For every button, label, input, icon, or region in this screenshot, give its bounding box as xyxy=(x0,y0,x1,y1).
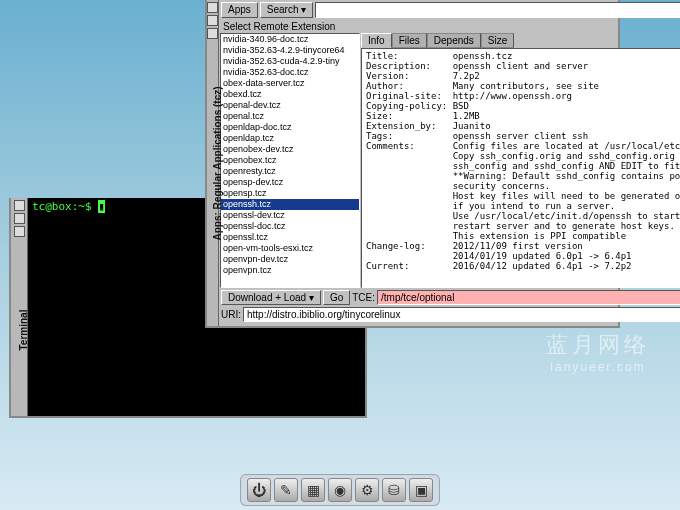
watermark: 蓝月网络 lanyueer.com xyxy=(546,330,650,374)
info-tabs: InfoFilesDependsSize xyxy=(361,33,680,48)
list-item[interactable]: nvidia-352.63-cuda-4.2.9-tiny xyxy=(221,56,359,67)
close-icon[interactable] xyxy=(207,2,218,13)
list-item[interactable]: nvidia-352.63-doc.tcz xyxy=(221,67,359,78)
terminal-titlebar[interactable]: Terminal xyxy=(11,198,28,416)
list-item[interactable]: opensp-dev.tcz xyxy=(221,177,359,188)
list-item[interactable]: openssl-dev.tcz xyxy=(221,210,359,221)
editor-icon[interactable]: ✎ xyxy=(274,478,298,502)
list-item[interactable]: openobex.tcz xyxy=(221,155,359,166)
uri-label: URI: xyxy=(221,309,241,320)
tab-files[interactable]: Files xyxy=(392,33,427,48)
list-item[interactable]: opensp.tcz xyxy=(221,188,359,199)
tab-info[interactable]: Info xyxy=(361,33,392,48)
list-item[interactable]: openvpn.tcz xyxy=(221,265,359,276)
apps-subtitle: Select Remote Extension xyxy=(219,20,680,33)
apps-titlebar[interactable]: Apps: Regular Applications (tcz) xyxy=(207,0,219,326)
apps-menu-button[interactable]: Apps xyxy=(221,2,258,18)
max-icon[interactable] xyxy=(14,213,25,224)
list-item[interactable]: nvidia-352.63-4.2.9-tinycore64 xyxy=(221,45,359,56)
list-item[interactable]: openal.tcz xyxy=(221,111,359,122)
cursor-icon: ▮ xyxy=(98,200,105,213)
extension-list[interactable]: nvidia-340.96-doc.tcznvidia-352.63-4.2.9… xyxy=(220,33,360,288)
apps-window: Apps: Regular Applications (tcz) Apps Se… xyxy=(205,0,620,328)
search-input[interactable] xyxy=(315,2,680,18)
terminal-icon[interactable]: ▣ xyxy=(409,478,433,502)
terminal-prompt: tc@box:~$ xyxy=(32,200,98,213)
apps-icon[interactable]: ◉ xyxy=(328,478,352,502)
list-item[interactable]: openssh.tcz xyxy=(221,199,359,210)
uri-input[interactable] xyxy=(243,307,680,322)
run-icon[interactable]: ⚙ xyxy=(355,478,379,502)
apps-toolbar: Apps Search ▾ xyxy=(219,0,680,20)
min-icon[interactable] xyxy=(207,28,218,39)
list-item[interactable]: open-vm-tools-esxi.tcz xyxy=(221,243,359,254)
watermark-main: 蓝月网络 xyxy=(546,332,650,357)
dock: ⏻✎▦◉⚙⛁▣ xyxy=(240,474,440,506)
tce-input[interactable] xyxy=(377,290,680,305)
list-item[interactable]: openobex-dev.tcz xyxy=(221,144,359,155)
close-icon[interactable] xyxy=(14,200,25,211)
panel-icon[interactable]: ▦ xyxy=(301,478,325,502)
list-item[interactable]: openssl-doc.tcz xyxy=(221,221,359,232)
mount-icon[interactable]: ⛁ xyxy=(382,478,406,502)
power-icon[interactable]: ⏻ xyxy=(247,478,271,502)
download-load-button[interactable]: Download + Load ▾ xyxy=(221,290,321,305)
tab-size[interactable]: Size xyxy=(481,33,514,48)
list-item[interactable]: obexd.tcz xyxy=(221,89,359,100)
go-button[interactable]: Go xyxy=(323,290,350,305)
apps-title: Apps: Regular Applications (tcz) xyxy=(212,81,223,241)
max-icon[interactable] xyxy=(207,15,218,26)
tce-label: TCE: xyxy=(352,292,375,303)
list-item[interactable]: openldap-doc.tcz xyxy=(221,122,359,133)
search-menu-button[interactable]: Search ▾ xyxy=(260,2,313,18)
list-item[interactable]: obex-data-server.tcz xyxy=(221,78,359,89)
list-item[interactable]: openvpn-dev.tcz xyxy=(221,254,359,265)
list-item[interactable]: nvidia-340.96-doc.tcz xyxy=(221,34,359,45)
min-icon[interactable] xyxy=(14,226,25,237)
list-item[interactable]: openldap.tcz xyxy=(221,133,359,144)
list-item[interactable]: openresty.tcz xyxy=(221,166,359,177)
info-text[interactable]: Title: openssh.tcz Description: openssh … xyxy=(361,48,680,288)
terminal-title: Terminal xyxy=(18,291,29,351)
list-item[interactable]: openal-dev.tcz xyxy=(221,100,359,111)
tab-depends[interactable]: Depends xyxy=(427,33,481,48)
list-item[interactable]: openssl.tcz xyxy=(221,232,359,243)
watermark-sub: lanyueer.com xyxy=(546,360,650,374)
